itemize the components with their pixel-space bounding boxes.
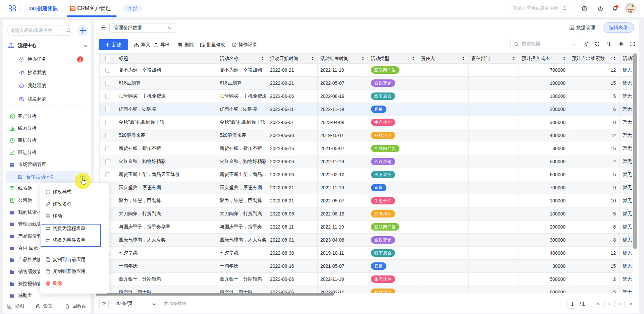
svg-text:招财: 招财 [627, 10, 632, 13]
svg-text:1: 1 [607, 41, 608, 45]
